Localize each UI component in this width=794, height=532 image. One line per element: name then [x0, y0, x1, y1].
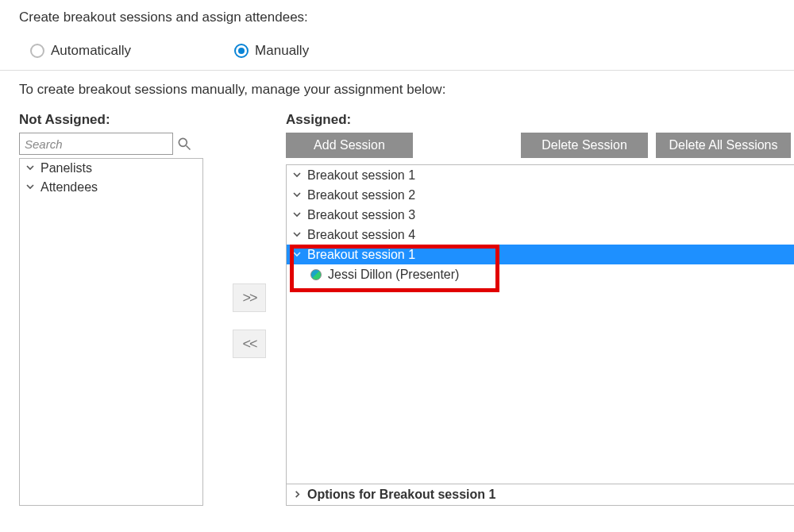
- radio-label-manual: Manually: [255, 43, 309, 59]
- session-row[interactable]: Breakout session 3: [287, 205, 794, 225]
- session-row[interactable]: Breakout session 1: [287, 165, 794, 185]
- radio-label-auto: Automatically: [51, 43, 131, 59]
- attendee-name: Jessi Dillon (Presenter): [328, 268, 459, 282]
- assigned-heading: Assigned:: [286, 112, 794, 128]
- options-footer-label: Options for Breakout session 1: [307, 488, 495, 502]
- svg-line-1: [187, 146, 191, 150]
- delete-session-button[interactable]: Delete Session: [521, 133, 648, 158]
- session-label: Breakout session 4: [307, 228, 415, 242]
- move-left-button[interactable]: <<: [233, 330, 266, 358]
- manual-instruction: To create breakout sessions manually, ma…: [19, 82, 794, 98]
- session-label: Breakout session 1: [307, 168, 415, 183]
- chevron-down-icon: [25, 180, 36, 195]
- search-icon[interactable]: [176, 136, 192, 152]
- chevron-down-icon: [25, 161, 36, 175]
- chevron-right-icon: [293, 488, 303, 502]
- tree-group-label: Panelists: [40, 161, 92, 175]
- session-label: Breakout session 3: [307, 208, 415, 222]
- session-row[interactable]: Breakout session 4: [287, 225, 794, 245]
- radio-automatically[interactable]: Automatically: [30, 43, 131, 59]
- session-label: Breakout session 2: [307, 188, 415, 202]
- not-assigned-list[interactable]: Panelists Attendees: [19, 158, 203, 506]
- tree-group-label: Attendees: [40, 180, 98, 195]
- spacer: [421, 133, 513, 158]
- add-session-button[interactable]: Add Session: [286, 133, 413, 158]
- svg-point-0: [179, 138, 187, 146]
- delete-all-sessions-button[interactable]: Delete All Sessions: [656, 133, 791, 158]
- assigned-list[interactable]: Breakout session 1 Breakout session 2 Br…: [286, 164, 794, 506]
- radio-manually[interactable]: Manually: [234, 43, 309, 59]
- chevron-down-icon: [291, 168, 303, 183]
- dialog-instruction: Create breakout sessions and assign atte…: [19, 10, 794, 25]
- chevron-down-icon: [291, 228, 303, 242]
- chevron-down-icon: [291, 248, 303, 262]
- attendee-row[interactable]: Jessi Dillon (Presenter): [287, 264, 794, 285]
- radio-icon: [30, 44, 44, 58]
- assignment-mode-radios: Automatically Manually: [19, 43, 794, 59]
- session-row-selected[interactable]: Breakout session 1: [287, 245, 794, 264]
- presence-icon: [310, 269, 322, 280]
- radio-icon: [234, 44, 249, 58]
- chevron-down-icon: [291, 208, 303, 222]
- assignment-columns: Not Assigned: Panelists Attendees: [19, 112, 794, 506]
- search-input[interactable]: [19, 133, 173, 155]
- divider: [0, 70, 794, 71]
- options-footer[interactable]: Options for Breakout session 1: [287, 484, 794, 505]
- not-assigned-panel: Not Assigned: Panelists Attendees: [19, 112, 213, 506]
- assigned-button-row: Add Session Delete Session Delete All Se…: [286, 133, 794, 158]
- tree-group-panelists[interactable]: Panelists: [20, 159, 202, 178]
- tree-group-attendees[interactable]: Attendees: [20, 178, 202, 197]
- move-right-button[interactable]: >>: [233, 283, 266, 312]
- transfer-buttons: >> <<: [213, 112, 286, 358]
- not-assigned-heading: Not Assigned:: [19, 112, 213, 128]
- assigned-panel: Assigned: Add Session Delete Session Del…: [286, 112, 794, 506]
- session-row[interactable]: Breakout session 2: [287, 185, 794, 205]
- session-label: Breakout session 1: [307, 248, 415, 262]
- chevron-down-icon: [291, 188, 303, 202]
- search-row: [19, 133, 213, 155]
